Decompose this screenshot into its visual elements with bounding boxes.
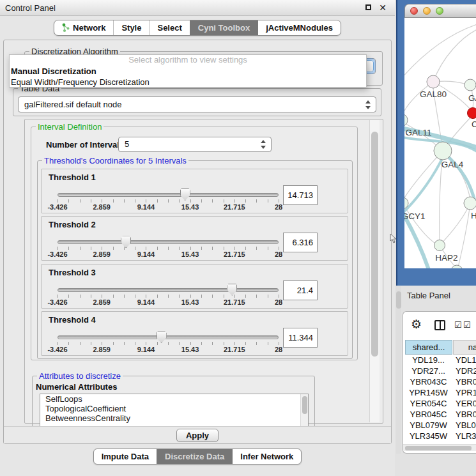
tab-style[interactable]: Style — [113, 20, 149, 35]
cell-name[interactable]: YER0 — [456, 398, 476, 409]
tick-mark — [135, 247, 135, 250]
table-row[interactable]: YBR043CYBR0 — [403, 376, 476, 387]
network-node-ga[interactable] — [464, 79, 476, 91]
network-node-gal80[interactable] — [427, 75, 440, 88]
apply-button[interactable]: Apply — [176, 429, 219, 442]
network-node[interactable] — [451, 265, 463, 268]
tick-mark — [124, 342, 125, 345]
column-header-shared-name[interactable]: shared... — [405, 340, 452, 355]
menu-item-equal-width-discretization[interactable]: Equal Width/Frequency Discretization — [10, 77, 366, 88]
tick-mark — [245, 342, 246, 345]
tab-network[interactable]: Network — [54, 20, 113, 35]
tick-mark — [58, 247, 58, 250]
network-node-c[interactable] — [468, 108, 476, 119]
cell-shared-name[interactable]: YBL079W — [405, 420, 452, 431]
column-header-name[interactable]: name — [453, 340, 476, 355]
side-scrollbar[interactable] — [396, 286, 401, 454]
combo-arrows-icon[interactable] — [365, 100, 371, 109]
slider-track[interactable] — [58, 288, 279, 292]
network-node-gal4[interactable] — [434, 142, 452, 160]
gear-icon[interactable]: ⚙ — [411, 318, 422, 332]
table-row[interactable]: YDR27...YDR2 — [403, 365, 476, 376]
tick-mark — [224, 199, 224, 203]
attribute-list-item[interactable]: TopologicalCoefficient — [40, 404, 308, 413]
tick-label: 21.715 — [224, 346, 245, 353]
network-canvas[interactable]: GAL80GACGAL11GAL4GCY1HHAP2 — [404, 18, 476, 268]
threshold-value-field[interactable]: 14.713 — [283, 185, 318, 205]
tick-label: 15.43 — [181, 250, 199, 258]
checkbox-icon[interactable]: ☑ — [454, 320, 462, 330]
table-row[interactable]: YER054CYER0 — [403, 398, 476, 409]
close-icon[interactable]: ✕ — [379, 3, 387, 13]
minimize-traffic-light-icon[interactable] — [423, 7, 431, 15]
tab-select[interactable]: Select — [149, 20, 189, 35]
cell-shared-name[interactable]: YBR043C — [405, 376, 452, 387]
tick-mark — [113, 247, 114, 250]
cell-shared-name[interactable]: YBR045C — [405, 409, 452, 420]
close-traffic-light-icon[interactable] — [410, 7, 418, 15]
tick-mark — [113, 199, 114, 203]
cell-name[interactable]: YBR0 — [456, 409, 476, 420]
network-node-hap2[interactable] — [434, 240, 445, 251]
threshold-value-field[interactable]: 21.4 — [283, 280, 318, 300]
tab-jactivemnodules[interactable]: jActiveMNodules — [257, 20, 341, 35]
threshold-value-field[interactable]: 6.316 — [283, 233, 318, 252]
network-window-titlebar[interactable] — [404, 4, 476, 18]
number-of-intervals-combobox[interactable]: 5 — [118, 137, 272, 152]
table-row[interactable]: YDL19...YDL1 — [403, 355, 476, 365]
tab-discretize-data[interactable]: Discretize Data — [157, 449, 232, 464]
cell-name[interactable]: YDR2 — [456, 365, 476, 376]
top-tabs-row: NetworkStyleSelectCyni ToolboxjActiveMNo… — [0, 20, 395, 36]
float-window-icon[interactable] — [365, 4, 371, 10]
table-hscrollbar[interactable] — [403, 444, 476, 451]
cell-name[interactable]: YPR1 — [456, 387, 476, 398]
tab-cyni-toolbox[interactable]: Cyni Toolbox — [190, 20, 257, 35]
side-scrollbar-thumb[interactable] — [396, 291, 401, 309]
combo-arrows-icon[interactable] — [261, 140, 266, 149]
tick-mark — [201, 199, 202, 203]
cell-shared-name[interactable]: YER054C — [405, 398, 452, 409]
tick-mark — [179, 295, 180, 298]
zoom-traffic-light-icon[interactable] — [436, 7, 443, 15]
tick-label: 2.859 — [93, 346, 111, 353]
cell-shared-name[interactable]: YDL19... — [405, 355, 452, 365]
cell-name[interactable]: YDL1 — [456, 355, 476, 365]
tick-mark — [224, 295, 224, 298]
attributes-scrollbar[interactable] — [300, 394, 308, 426]
tick-mark — [113, 342, 114, 345]
cell-name[interactable]: YBR0 — [456, 376, 476, 387]
cell-name[interactable]: YBL0 — [456, 420, 476, 431]
cell-shared-name[interactable]: YDR27... — [405, 365, 452, 376]
checkbox-icon[interactable]: ☑ — [463, 320, 471, 330]
cell-name[interactable]: YLR3 — [456, 431, 476, 441]
cell-shared-name[interactable]: YLR345W — [405, 431, 452, 441]
slider-track[interactable] — [58, 240, 279, 244]
table-row[interactable]: YLR345WYLR3 — [403, 431, 476, 441]
tab-impute-data[interactable]: Impute Data — [94, 449, 157, 464]
table-hscrollbar-thumb[interactable] — [405, 446, 472, 450]
attributes-scrollbar-thumb[interactable] — [302, 396, 307, 414]
slider-track[interactable] — [58, 335, 279, 339]
network-node-h[interactable] — [464, 197, 476, 210]
threshold-value-field[interactable]: 11.344 — [283, 328, 318, 348]
table-row[interactable]: YPR145WYPR1 — [403, 387, 476, 398]
table-data-combobox[interactable]: galFiltered.sif default node — [18, 96, 376, 112]
threshold-label: Threshold 2 — [49, 220, 96, 229]
tick-mark — [201, 342, 202, 345]
tick-mark — [91, 247, 91, 250]
attribute-list-item[interactable]: SelfLoops — [40, 394, 308, 404]
menu-item-manual-discretization[interactable]: Manual Discretization — [10, 66, 366, 77]
number-of-intervals-value: 5 — [125, 139, 129, 149]
network-edge — [404, 82, 433, 117]
table-row[interactable]: YBL079WYBL0 — [403, 420, 476, 431]
attribute-list-item[interactable]: BetweennessCentrality — [40, 413, 308, 423]
tick-mark — [68, 295, 69, 298]
slider-track[interactable] — [58, 193, 279, 197]
tick-mark — [168, 247, 169, 250]
settings-scrollbar-thumb[interactable] — [371, 132, 378, 357]
cell-shared-name[interactable]: YPR145W — [405, 387, 452, 398]
settings-scrollbar[interactable] — [369, 120, 380, 422]
tab-infer-network[interactable]: Infer Network — [232, 449, 301, 464]
columns-icon[interactable] — [434, 320, 445, 330]
table-row[interactable]: YBR045CYBR0 — [403, 409, 476, 420]
